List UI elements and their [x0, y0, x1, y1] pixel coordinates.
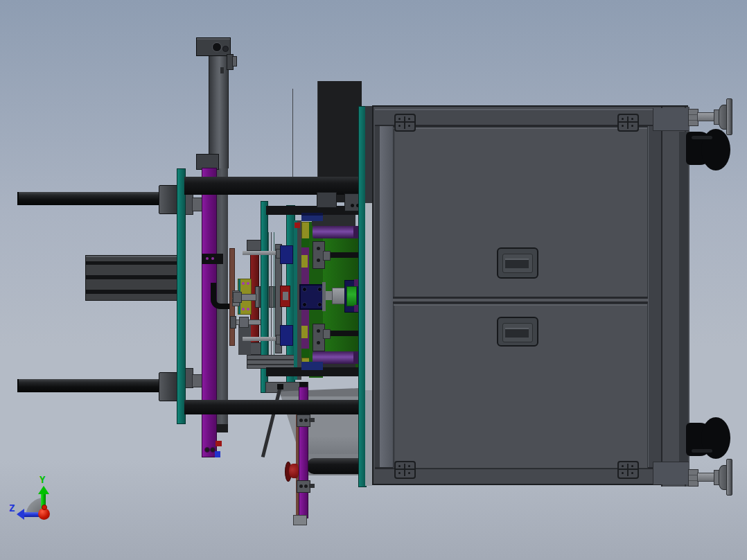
blue-flat-bottom[interactable]: [301, 362, 323, 370]
fin-groove: [86, 290, 178, 294]
cabinet-base[interactable]: [372, 105, 688, 485]
manifold-screw: [247, 308, 249, 310]
finned-extrusion[interactable]: [85, 255, 179, 301]
elbow-highlight: [692, 449, 712, 453]
rod-hex-top: [323, 251, 331, 261]
ejector-rod[interactable]: [240, 294, 256, 301]
spacer-core: [283, 292, 288, 300]
cap-side-nub: [232, 56, 237, 67]
blue-spacer-bottom[interactable]: [280, 325, 293, 346]
tie-rod-upper[interactable]: [17, 192, 161, 205]
cabinet-corner-top-right: [653, 108, 689, 131]
outrigger-clamp-bottom[interactable]: [297, 480, 310, 493]
hinge-bottom-right[interactable]: [617, 461, 639, 479]
hanger-dot: [351, 204, 354, 207]
bottom-clamp-strip[interactable]: [247, 355, 300, 369]
cable-elbow-bottom[interactable]: [686, 416, 732, 460]
elbow-bend: [701, 417, 730, 459]
purple-strip-insert: [301, 255, 308, 268]
block-screw: [302, 302, 307, 307]
diagonal-rod[interactable]: [261, 387, 282, 457]
flat-navy-stripe: [301, 213, 323, 216]
z-axis-arrowhead[interactable]: [17, 509, 24, 520]
hinge-top-left[interactable]: [394, 114, 416, 132]
guide-bushing-cyl-top[interactable]: [313, 226, 359, 238]
cabinet-left-column: [380, 126, 394, 467]
maroon-cap-top: [247, 240, 261, 251]
center-shaft[interactable]: [332, 288, 346, 304]
clamp-band[interactable]: [202, 254, 223, 264]
post-lower-cap: [216, 424, 228, 432]
clamp-screw: [317, 259, 320, 262]
teal-plate-left[interactable]: [177, 168, 186, 424]
red-tab: [216, 441, 222, 446]
cabinet-corner-bottom-right: [653, 462, 689, 484]
chute-panel[interactable]: [279, 388, 359, 455]
leveling-foot-bottom[interactable]: [688, 457, 737, 499]
clamp-screw: [304, 419, 308, 422]
strip-line: [247, 359, 299, 360]
column-line: [661, 107, 662, 487]
wire-edge: [292, 89, 293, 178]
center-shaft-step[interactable]: [326, 291, 332, 300]
diagonal-rod-cap: [277, 384, 283, 390]
post-cap[interactable]: [196, 37, 231, 56]
outrigger-screw-top: [309, 418, 315, 422]
tie-rod-lower[interactable]: [17, 379, 161, 392]
manifold-screw: [242, 282, 245, 285]
band-dot: [211, 257, 214, 260]
outrigger-clamp-top[interactable]: [297, 414, 310, 427]
block-screw: [317, 287, 322, 292]
leveling-foot-top[interactable]: [688, 97, 737, 139]
blue-flat-top[interactable]: [301, 213, 323, 221]
door-split-rail: [393, 297, 648, 304]
blue-spacer-top[interactable]: [280, 245, 293, 264]
block-screw: [302, 287, 307, 292]
cabinet-top-highlight: [375, 109, 685, 110]
y-axis-label: Y: [39, 474, 45, 485]
axis-triad: Y Z: [0, 464, 83, 541]
hinge-bottom-left[interactable]: [394, 461, 416, 479]
main-tie-bar-lower[interactable]: [184, 400, 368, 414]
emergency-knob[interactable]: [289, 464, 299, 478]
guide-pin-lower[interactable]: [243, 337, 285, 341]
y-axis-arrowhead[interactable]: [38, 486, 49, 494]
fin-edge-light: [86, 256, 178, 257]
clamp-screw: [317, 341, 320, 344]
outrigger-foot[interactable]: [293, 515, 307, 525]
bushing-green-core[interactable]: [346, 286, 357, 306]
door-handle-upper[interactable]: [497, 247, 538, 279]
support-post-upper[interactable]: [209, 53, 229, 168]
fin-groove: [86, 261, 178, 265]
clamp-screw: [304, 484, 308, 488]
fin-groove: [86, 275, 178, 279]
x-axis-tip: [42, 505, 47, 510]
plate-screw: [204, 447, 210, 453]
manifold-screw: [242, 308, 245, 310]
door-handle-lower[interactable]: [497, 317, 538, 347]
outrigger-screw-bottom: [309, 484, 315, 488]
foot-pad: [726, 459, 732, 496]
lower-shaft-end: [230, 316, 236, 329]
center-navy-block[interactable]: [299, 284, 325, 310]
red-square-top: [295, 222, 300, 228]
block-screw: [317, 302, 322, 307]
hinge-top-right[interactable]: [617, 114, 639, 132]
bar-hanger-a: [317, 192, 337, 208]
red-spacer-block[interactable]: [280, 286, 290, 307]
foot-shaft: [697, 473, 716, 482]
z-axis-label: Z: [9, 502, 15, 514]
band-dot: [206, 257, 209, 260]
guide-pin-upper[interactable]: [243, 251, 285, 255]
purple-strip-insert: [301, 326, 308, 338]
clamp-screw: [299, 484, 303, 488]
clamp-screw: [317, 329, 320, 333]
clamp-screw: [299, 419, 303, 422]
gap-strip-dark: [365, 106, 372, 203]
manifold-screw: [247, 282, 249, 285]
gap-strip-mid: [365, 390, 372, 486]
inner-bar-cylinder[interactable]: [307, 458, 359, 474]
cabinet-right-inner-column: [648, 126, 662, 467]
viewport-canvas[interactable]: Y Z: [0, 0, 747, 560]
handle-grip-slot: [505, 259, 529, 268]
